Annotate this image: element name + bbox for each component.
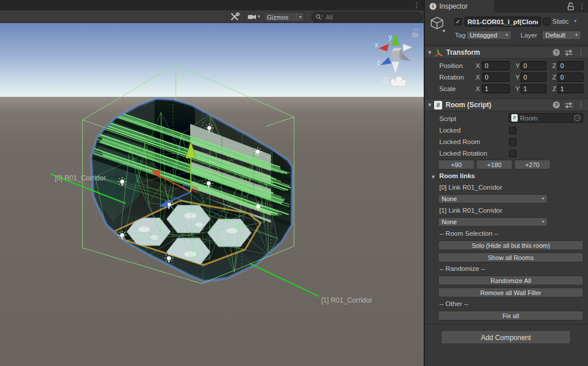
static-dropdown-icon[interactable]: ▾	[574, 19, 576, 24]
scene-search-field[interactable]	[311, 12, 423, 22]
locked-room-label: Locked Room	[439, 138, 480, 145]
scene-search-input[interactable]	[325, 13, 419, 21]
position-row: Position X Y Z	[425, 61, 588, 73]
toolbar-separator	[227, 12, 227, 22]
divider	[425, 324, 588, 325]
foldout-icon[interactable]: ▼	[427, 50, 434, 55]
component-menu-kebab-icon[interactable]: ⋮	[578, 47, 585, 58]
scene-viewport[interactable]: [0] R01_Corridor [1] R01_Corridor	[0, 23, 424, 366]
randomize-all-button[interactable]: Randomize All	[438, 276, 583, 285]
light-gizmo[interactable]	[118, 231, 127, 240]
gameobject-name-field[interactable]	[465, 17, 541, 27]
static-checkbox[interactable]	[543, 18, 551, 25]
scene-tab-strip: ⋮	[0, 0, 424, 10]
link-1-dropdown[interactable]: None▾	[438, 217, 548, 227]
script-row: Script # Room	[425, 114, 588, 126]
search-icon	[315, 14, 323, 20]
scale-y-field[interactable]	[521, 84, 546, 93]
rotation-y-field[interactable]	[521, 73, 546, 82]
chevron-down-icon: ▾	[299, 15, 301, 20]
object-picker-icon[interactable]	[574, 115, 581, 121]
foldout-icon[interactable]: ▼	[431, 174, 436, 180]
axis-label-y: y	[389, 33, 392, 41]
randomize-header: -- Randomize --	[439, 265, 485, 272]
scale-label: Scale	[439, 85, 456, 92]
scale-z-field[interactable]	[557, 84, 583, 93]
unity-editor: ⋮ ▾ Gizmos ▾	[0, 0, 588, 366]
rotate-90-button[interactable]: +90	[438, 160, 474, 169]
link-0-dropdown[interactable]: None▾	[438, 194, 548, 203]
gizmos-dropdown[interactable]: Gizmos ▾	[264, 12, 304, 22]
link-1-label: [1] Link R01_Corridor	[439, 207, 502, 214]
active-checkbox[interactable]: ✓	[454, 18, 462, 25]
component-menu-kebab-icon[interactable]: ⋮	[578, 100, 585, 110]
locked-room-row: Locked Room	[425, 137, 588, 149]
help-icon[interactable]: ?	[553, 101, 560, 108]
presets-icon[interactable]	[565, 102, 572, 108]
scene-menu-kebab-icon[interactable]: ⋮	[413, 0, 420, 10]
light-gizmo[interactable]	[204, 179, 213, 188]
presets-icon[interactable]	[565, 50, 572, 56]
scene-tools-button[interactable]	[229, 12, 242, 22]
add-component-button[interactable]: Add Component	[441, 330, 571, 344]
tag-label: Tag	[455, 32, 466, 39]
rotate-180-button[interactable]: +180	[476, 160, 512, 169]
position-x-field[interactable]	[482, 61, 510, 70]
show-all-rooms-button[interactable]: Show all Rooms	[438, 252, 583, 262]
wrench-screwdriver-icon	[231, 13, 240, 21]
tab-inspector[interactable]: i Inspector	[425, 0, 494, 13]
gizmos-label: Gizmos	[267, 14, 296, 21]
foldout-icon[interactable]: ▼	[427, 102, 434, 108]
remove-wall-filler-button[interactable]: Remove all Wall Filler	[438, 288, 583, 297]
light-gizmo[interactable]	[118, 177, 127, 186]
axis-label-z: z	[377, 59, 380, 67]
csharp-script-icon: #	[511, 114, 518, 122]
camera-settings-button[interactable]: ▾	[246, 12, 262, 22]
link-0-label: [0] Link R01_Corridor	[439, 184, 502, 191]
scale-x-field[interactable]	[482, 84, 510, 93]
rotate-270-button[interactable]: +270	[514, 160, 551, 169]
camera-icon	[248, 14, 257, 20]
scene-panel: ⋮ ▾ Gizmos ▾	[0, 0, 424, 366]
rotation-label: Rotation	[439, 74, 464, 81]
locked-room-checkbox[interactable]	[509, 138, 517, 146]
tag-dropdown[interactable]: Untagged▾	[466, 31, 511, 40]
light-gizmo[interactable]	[253, 147, 262, 156]
solo-button[interactable]: Solo (Hide all but this room)	[438, 240, 583, 250]
light-gizmo[interactable]	[205, 123, 214, 133]
position-z-field[interactable]	[557, 61, 583, 70]
fix-all-button[interactable]: Fix all	[438, 311, 583, 320]
static-label: Static	[552, 18, 569, 25]
inspector-tab-label: Inspector	[439, 2, 468, 10]
locked-label: Locked	[439, 127, 461, 134]
rotation-z-field[interactable]	[557, 73, 583, 82]
csharp-script-icon: #	[434, 101, 442, 110]
room-link-label-0: [0] R01_Corridor	[55, 174, 106, 182]
locked-rotation-label: Locked Rotation	[439, 150, 487, 157]
layer-dropdown[interactable]: Default▾	[542, 31, 581, 40]
toolbar-separator	[244, 12, 244, 22]
rotation-row: Rotation X Y Z	[425, 73, 588, 84]
lock-icon[interactable]	[567, 2, 574, 10]
help-icon[interactable]: ?	[553, 49, 560, 56]
dropdown-separator	[296, 13, 297, 21]
rotation-x-field[interactable]	[482, 73, 510, 82]
transform-component-header[interactable]: ▼ Transform ? ⋮	[425, 46, 588, 59]
script-object-field[interactable]: # Room	[508, 113, 583, 123]
prefab-cube-icon[interactable]	[430, 16, 446, 32]
transform-icon	[434, 48, 443, 57]
locked-rotation-checkbox[interactable]	[509, 150, 517, 157]
transform-title: Transform	[446, 48, 480, 56]
locked-row: Locked	[425, 126, 588, 137]
gizmo-cube[interactable]	[391, 51, 399, 59]
position-y-field[interactable]	[521, 61, 546, 70]
light-gizmo[interactable]	[164, 254, 174, 263]
room-links-title: Room links	[439, 172, 475, 179]
other-header: -- Other --	[439, 300, 468, 307]
scale-row: Scale X Y Z	[425, 84, 588, 96]
light-gizmo[interactable]	[254, 202, 263, 211]
room-script-component-header[interactable]: ▼ # Room (Script) ? ⋮	[425, 99, 588, 111]
locked-checkbox[interactable]	[509, 127, 517, 134]
inspector-menu-kebab-icon[interactable]: ⋮	[579, 1, 586, 12]
room-link-label-1: [1] R01_Corridor	[321, 296, 372, 304]
